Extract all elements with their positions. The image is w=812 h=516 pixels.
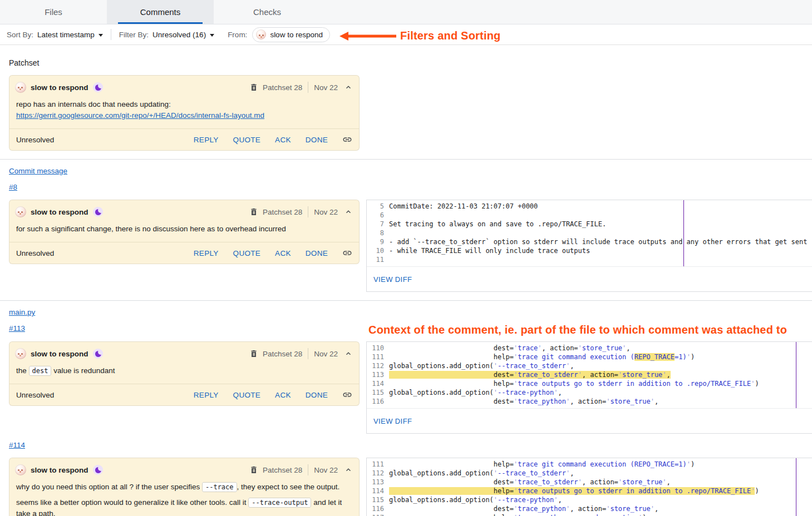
- tab-files[interactable]: Files: [0, 0, 107, 24]
- copy-link-button[interactable]: [342, 390, 352, 400]
- section-patchset: Patchset slow to respond Patchset 28 Nov…: [0, 58, 812, 151]
- divider: [308, 348, 308, 359]
- filters-sorting-annotation: Filters and Sorting: [339, 29, 500, 42]
- filter-by-label: Filter By:: [119, 31, 149, 39]
- avatar: [15, 348, 26, 359]
- delete-comment-button[interactable]: [249, 349, 258, 358]
- filter-by-dropdown[interactable]: Unresolved (16): [152, 31, 214, 39]
- left-arrow-icon: [339, 31, 396, 41]
- sort-by-label: Sort By:: [7, 31, 33, 39]
- collapse-comment-button[interactable]: [345, 350, 352, 358]
- sort-by-value: Latest timestamp: [37, 31, 95, 39]
- done-button[interactable]: DONE: [306, 249, 328, 257]
- status-badge: Unresolved: [16, 249, 54, 257]
- patchset-ref: Patchset 28: [263, 350, 302, 358]
- reply-button[interactable]: REPLY: [194, 136, 219, 144]
- avatar: [15, 464, 26, 475]
- link-icon: [342, 248, 352, 258]
- code-context: 5CommitDate: 2022-11-03 21:07:07 +00006 …: [367, 200, 812, 267]
- line-link-113[interactable]: #113: [9, 324, 25, 333]
- collapse-comment-button[interactable]: [345, 83, 352, 91]
- code-context-box: 5CommitDate: 2022-11-03 21:07:07 +00006 …: [366, 200, 812, 292]
- comment-body: the dest value is redundant: [9, 364, 359, 384]
- crescent-moon-status-icon: [93, 349, 103, 359]
- sort-by-dropdown[interactable]: Latest timestamp: [37, 31, 103, 39]
- inline-code: --trace: [202, 482, 237, 492]
- divider: [111, 29, 111, 40]
- comment-card-footer: Unresolved REPLY QUOTE ACK DONE: [9, 128, 359, 150]
- comment-body: for such a significant change, there is …: [9, 222, 359, 242]
- comment-card-footer: Unresolved REPLY QUOTE ACK DONE: [9, 384, 359, 405]
- line-link-8[interactable]: #8: [9, 183, 17, 191]
- quote-button[interactable]: QUOTE: [233, 391, 261, 399]
- copy-link-button[interactable]: [342, 248, 352, 258]
- quote-button[interactable]: QUOTE: [233, 136, 261, 144]
- quote-button[interactable]: QUOTE: [233, 249, 261, 257]
- file-link-main-py[interactable]: main.py: [9, 308, 35, 316]
- comment-link[interactable]: https://gerrit.googlesource.com/git-repo…: [16, 111, 264, 120]
- reply-button[interactable]: REPLY: [194, 391, 219, 399]
- ack-button[interactable]: ACK: [275, 391, 291, 399]
- avatar: [256, 29, 266, 39]
- patchset-ref: Patchset 28: [263, 83, 302, 92]
- chevron-down-icon: [210, 34, 214, 37]
- code-context-box: 111 help='trace git command execution (R…: [366, 458, 812, 516]
- delete-comment-button[interactable]: [249, 83, 258, 92]
- avatar: [15, 82, 26, 93]
- chevron-up-icon: [345, 466, 352, 474]
- comment-card: slow to respond Patchset 28 Nov 22: [9, 458, 360, 516]
- section-commit-message: Commit message #8 slow to respond Patchs…: [0, 160, 812, 292]
- comment-author: slow to respond: [31, 350, 88, 358]
- patchset-ref: Patchset 28: [263, 208, 302, 216]
- from-author-chip[interactable]: slow to respond: [252, 27, 330, 42]
- delete-comment-button[interactable]: [249, 207, 258, 216]
- crescent-moon-status-icon: [93, 207, 103, 217]
- reply-button[interactable]: REPLY: [194, 249, 219, 257]
- tab-checks[interactable]: Checks: [214, 0, 321, 24]
- comment-date: Nov 22: [314, 208, 338, 216]
- done-button[interactable]: DONE: [306, 136, 328, 144]
- from-label: From:: [228, 31, 247, 39]
- comment-date: Nov 22: [314, 83, 338, 92]
- comment-card-header: slow to respond Patchset 28 Nov 22: [9, 342, 359, 364]
- code-context: 111 help='trace git command execution (R…: [367, 458, 812, 516]
- line-link-114[interactable]: #114: [9, 441, 25, 449]
- collapse-comment-button[interactable]: [345, 208, 352, 216]
- view-diff-button[interactable]: VIEW DIFF: [373, 417, 412, 425]
- status-badge: Unresolved: [16, 391, 54, 399]
- file-link-commit-message[interactable]: Commit message: [9, 167, 67, 175]
- code-context: 110 dest='trace', action='store_true',11…: [367, 342, 812, 409]
- copy-link-button[interactable]: [342, 135, 352, 145]
- comment-card-header: slow to respond Patchset 28 Nov 22: [9, 458, 359, 480]
- section-main-py: main.py #113 Context of the comment, ie.…: [0, 301, 812, 516]
- view-diff-button[interactable]: VIEW DIFF: [373, 275, 412, 284]
- divider: [308, 464, 308, 475]
- link-icon: [342, 390, 352, 400]
- comment-body: why do you need this option at all ? if …: [9, 480, 359, 516]
- crescent-moon-status-icon: [93, 465, 103, 475]
- link-icon: [342, 135, 352, 145]
- trash-icon: [249, 465, 258, 474]
- ack-button[interactable]: ACK: [275, 136, 291, 144]
- comment-card-header: slow to respond Patchset 28 Nov 22: [9, 76, 359, 97]
- comment-card-header: slow to respond Patchset 28 Nov 22: [9, 200, 359, 222]
- ack-button[interactable]: ACK: [275, 249, 291, 257]
- tab-comments[interactable]: Comments: [107, 0, 214, 24]
- chevron-down-icon: [99, 34, 103, 37]
- collapse-comment-button[interactable]: [345, 466, 352, 474]
- inline-code: --trace-output: [248, 498, 311, 508]
- comment-card: slow to respond Patchset 28 Nov 22: [9, 341, 360, 406]
- comment-body: repo has an internals doc that needs upd…: [9, 97, 359, 128]
- patchset-section-label: Patchset: [9, 58, 812, 67]
- from-chip-label: slow to respond: [270, 31, 323, 39]
- comment-card: slow to respond Patchset 28 Nov 22: [9, 200, 360, 264]
- done-button[interactable]: DONE: [306, 391, 328, 399]
- tab-bar: Files Comments Checks: [0, 0, 812, 24]
- divider: [308, 82, 308, 93]
- filter-sort-bar: Sort By: Latest timestamp Filter By: Unr…: [0, 24, 812, 45]
- comment-author: slow to respond: [31, 83, 88, 92]
- code-context-box: 110 dest='trace', action='store_true',11…: [366, 341, 812, 434]
- comment-date: Nov 22: [314, 466, 338, 474]
- trash-icon: [249, 207, 258, 216]
- delete-comment-button[interactable]: [249, 465, 258, 474]
